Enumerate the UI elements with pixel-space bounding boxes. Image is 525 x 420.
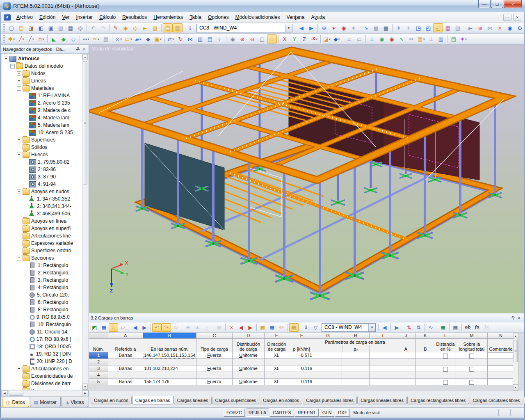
- insert-row-button[interactable]: ⊕: [183, 323, 193, 332]
- new-nodal-load-button[interactable]: ⊙▾: [114, 34, 123, 43]
- table-refresh-button[interactable]: ↻: [171, 323, 180, 332]
- tree-item-3-87-90[interactable]: 3: 87-90: [2, 173, 82, 180]
- new-file-button[interactable]: ▢: [7, 23, 16, 32]
- cell-G[interactable]: [314, 372, 342, 379]
- menu-modulos-adicionales[interactable]: Módulos adicionales: [232, 13, 283, 21]
- cell-distribucion[interactable]: Uniforme: [233, 365, 265, 372]
- tree-item-20-unp-220-d[interactable]: 20: UNP 220 | D: [2, 358, 82, 365]
- rotate-target-button[interactable]: ◎: [130, 23, 140, 32]
- cell-L[interactable]: [435, 372, 456, 379]
- row-header-2[interactable]: 2: [89, 359, 108, 365]
- cell-comentario[interactable]: [488, 379, 514, 385]
- collapse-icon[interactable]: −: [17, 86, 21, 91]
- cell-distribucion[interactable]: [233, 359, 265, 365]
- toolbar-grip[interactable]: [3, 24, 5, 32]
- tree-item-5-circulo-120[interactable]: 5: Círculo 120;: [2, 291, 82, 299]
- table-load-case-combo[interactable]: CC8 - WIND_W4 ▼: [322, 323, 376, 332]
- cell-barras[interactable]: 155,174-176: [143, 379, 196, 385]
- cell-G[interactable]: [314, 365, 342, 372]
- tree-item-apoyos-en-linea[interactable]: Apoyos en línea: [2, 217, 82, 225]
- cell-G[interactable]: [314, 379, 342, 385]
- tree-item-2-acero-s-235[interactable]: 2: Acero S 235: [2, 99, 82, 107]
- table-view-button[interactable]: ◩: [90, 323, 99, 332]
- edit-formula-button[interactable]: ƒx: [472, 323, 482, 332]
- column-letter-F[interactable]: F: [289, 333, 314, 339]
- new-solid-button[interactable]: ◆: [59, 34, 68, 43]
- cell-barras[interactable]: [143, 359, 196, 365]
- collapse-icon[interactable]: −: [17, 256, 21, 260]
- row-header-4[interactable]: 4: [89, 372, 108, 379]
- chevron-down-icon[interactable]: ▼: [285, 24, 292, 32]
- filter-button[interactable]: ▽: [311, 323, 320, 332]
- menu-edicion[interactable]: Edición: [36, 13, 59, 21]
- tree-item-18-qro-100x5[interactable]: 18: QRO 100x5: [2, 343, 82, 350]
- cell-I[interactable]: [370, 365, 396, 372]
- table-results-button[interactable]: ▱: [118, 323, 128, 332]
- table-tab-cargas-en-barras[interactable]: Cargas en barras: [132, 396, 173, 404]
- cell-referido[interactable]: Barras: [108, 365, 143, 372]
- column-letter-D[interactable]: D: [233, 333, 265, 339]
- cell-distribucion[interactable]: [233, 372, 265, 379]
- results-on-surfaces-button[interactable]: ◉: [377, 34, 387, 43]
- show-loads-in-graphic-button[interactable]: ▦: [289, 323, 299, 332]
- zoom-window-button[interactable]: ◉: [228, 34, 237, 43]
- move-copy-button[interactable]: ⇄▾: [166, 34, 176, 43]
- tree-item-3-rectangulo[interactable]: 3: Rectángulo: [2, 276, 82, 284]
- dimension-button[interactable]: ↔▾: [81, 34, 91, 43]
- deformed-shape-button[interactable]: ∿: [397, 34, 406, 43]
- cell-barras[interactable]: 146,147,150,151,153,154,: [143, 352, 196, 359]
- collapse-icon[interactable]: −: [4, 57, 8, 61]
- table-tab-cargas-en-solidos[interactable]: Cargas en sólidos: [260, 397, 302, 404]
- new-member-load-button[interactable]: ▭▾: [123, 34, 133, 43]
- result-panels-button[interactable]: ▦▾: [416, 34, 426, 43]
- cell-M[interactable]: [456, 352, 488, 359]
- cursor-mode-button[interactable]: ►: [466, 23, 475, 32]
- select-table-button[interactable]: ▦: [258, 323, 267, 332]
- column-letter-H[interactable]: H: [342, 333, 370, 339]
- cell-I[interactable]: [370, 352, 396, 359]
- column-letter-K[interactable]: K: [416, 333, 435, 339]
- tree-item-nudos[interactable]: +Nudos: [2, 70, 82, 77]
- expand-icon[interactable]: +: [17, 138, 21, 142]
- table-tab-cargas-rectangulares-libres[interactable]: Cargas rectangulares libres: [407, 397, 469, 404]
- menu-ayuda[interactable]: Ayuda: [308, 13, 328, 21]
- grid-settings-button[interactable]: ▦: [443, 23, 453, 32]
- table-tab-cargas-circulares-libres[interactable]: Cargas circulares libres: [470, 397, 523, 404]
- show-results-button[interactable]: ◉: [339, 23, 349, 32]
- table-active-button[interactable]: ⇓: [109, 323, 118, 332]
- view-in-x-button[interactable]: X: [280, 34, 290, 43]
- mirror-model-button[interactable]: ⋈: [485, 23, 495, 32]
- status-toggle-forzc[interactable]: FORZC: [224, 409, 245, 417]
- isometric-view-button[interactable]: ◇: [267, 34, 277, 43]
- cell-p-value[interactable]: -0.116: [289, 365, 314, 372]
- cell-direccion[interactable]: XL: [265, 365, 289, 372]
- mesh-refine-button[interactable]: ✳: [404, 23, 413, 32]
- status-toggle-dxf[interactable]: DXF: [335, 409, 350, 417]
- fe-mesh-settings-button[interactable]: ▩: [381, 23, 391, 32]
- tree-item-8-rectangulo[interactable]: 8: Rectángulo: [2, 306, 82, 313]
- edit-comment-button[interactable]: ✏: [277, 323, 286, 332]
- mirror-copy-button[interactable]: ⋈: [185, 34, 195, 43]
- scroll-left-icon[interactable]: ◀: [1, 390, 8, 396]
- tree-item-barras[interactable]: +Barras: [2, 387, 82, 390]
- tree-item-articulaciones-line[interactable]: Articulaciones line: [2, 232, 82, 240]
- maximize-button[interactable]: □: [491, 0, 503, 8]
- status-toggle-refent[interactable]: REFENT: [295, 409, 319, 417]
- cell-J[interactable]: [396, 379, 416, 385]
- column-letter-J[interactable]: J: [396, 333, 416, 339]
- cell-J[interactable]: [396, 365, 416, 372]
- tree-item-17-ro-88-9x6[interactable]: 17: RO 88.9x6 |: [2, 336, 82, 343]
- tree-item-espesores-variable[interactable]: Espesores variable: [2, 240, 82, 247]
- new-generated-load-button[interactable]: ▣▾: [153, 34, 163, 43]
- export-rows-button[interactable]: ⇅: [414, 323, 423, 332]
- connect-members-button[interactable]: ▤: [205, 34, 215, 43]
- new-member-button[interactable]: ╱▾: [26, 34, 36, 43]
- row-header-3[interactable]: 3: [89, 365, 108, 372]
- rotate-copy-button[interactable]: ↻: [176, 34, 185, 43]
- column-letter-A[interactable]: A: [108, 333, 143, 339]
- cell-M[interactable]: [456, 359, 488, 365]
- work-plane-y-button[interactable]: ◰: [423, 23, 433, 32]
- export-excel-button[interactable]: ▦: [438, 323, 448, 332]
- previous-table-button[interactable]: ◀: [130, 323, 140, 332]
- tree-item-4-madera-lam[interactable]: 4: Madera lam: [2, 114, 82, 121]
